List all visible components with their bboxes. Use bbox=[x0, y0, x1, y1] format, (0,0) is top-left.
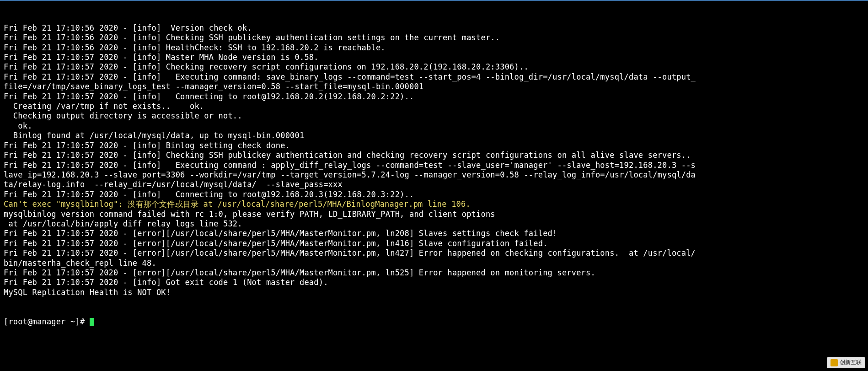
terminal-line: Fri Feb 21 17:10:57 2020 - [error][/usr/… bbox=[4, 229, 864, 238]
terminal-line: Fri Feb 21 17:10:57 2020 - [info] Connec… bbox=[4, 190, 864, 199]
watermark-logo-icon bbox=[830, 359, 838, 366]
terminal-line: Binlog found at /usr/local/mysql/data, u… bbox=[4, 131, 864, 140]
terminal-line: bin/masterha_check_repl line 48. bbox=[4, 258, 864, 268]
terminal-line: Fri Feb 21 17:10:57 2020 - [error][/usr/… bbox=[4, 248, 864, 258]
terminal-line: lave_ip=192.168.20.3 --slave_port=3306 -… bbox=[4, 170, 864, 180]
terminal-line: mysqlbinlog version command failed with … bbox=[4, 210, 864, 219]
watermark-badge: 创新互联 bbox=[827, 357, 865, 368]
terminal-line: Checking output directory is accessible … bbox=[4, 111, 864, 121]
terminal-line: Fri Feb 21 17:10:57 2020 - [error][/usr/… bbox=[4, 268, 864, 278]
watermark-text: 创新互联 bbox=[840, 359, 862, 366]
terminal-line: Creating /var/tmp if not exists.. ok. bbox=[4, 102, 864, 111]
terminal-line: Can't exec "mysqlbinlog": 没有那个文件或目录 at /… bbox=[4, 199, 864, 209]
terminal-line: MySQL Replication Health is NOT OK! bbox=[4, 288, 864, 297]
terminal-line: Fri Feb 21 17:10:56 2020 - [info] Health… bbox=[4, 43, 864, 53]
prompt-line[interactable]: [root@manager ~]# bbox=[4, 317, 864, 327]
terminal-line: Fri Feb 21 17:10:57 2020 - [info] Got ex… bbox=[4, 278, 864, 287]
terminal-line: file=/var/tmp/save_binary_logs_test --ma… bbox=[4, 82, 864, 91]
terminal-line: ok. bbox=[4, 121, 864, 131]
terminal-output[interactable]: Fri Feb 21 17:10:56 2020 - [info] Versio… bbox=[0, 0, 868, 339]
terminal-line: Fri Feb 21 17:10:57 2020 - [info] Checki… bbox=[4, 62, 864, 72]
terminal-line: Fri Feb 21 17:10:57 2020 - [info] Execut… bbox=[4, 72, 864, 82]
terminal-line: Fri Feb 21 17:10:57 2020 - [info] Checki… bbox=[4, 151, 864, 160]
terminal-line: Fri Feb 21 17:10:57 2020 - [info] Binlog… bbox=[4, 141, 864, 151]
cursor-block bbox=[90, 318, 94, 326]
terminal-line: ta/relay-log.info --relay_dir=/usr/local… bbox=[4, 180, 864, 189]
shell-prompt: [root@manager ~]# bbox=[4, 317, 90, 326]
terminal-line: Fri Feb 21 17:10:57 2020 - [error][/usr/… bbox=[4, 239, 864, 248]
terminal-line: Fri Feb 21 17:10:56 2020 - [info] Checki… bbox=[4, 33, 864, 43]
terminal-line: at /usr/local/bin/apply_diff_relay_logs … bbox=[4, 219, 864, 229]
terminal-line: Fri Feb 21 17:10:56 2020 - [info] Versio… bbox=[4, 23, 864, 33]
terminal-line: Fri Feb 21 17:10:57 2020 - [info] Master… bbox=[4, 53, 864, 62]
terminal-line: Fri Feb 21 17:10:57 2020 - [info] Connec… bbox=[4, 92, 864, 102]
terminal-line: Fri Feb 21 17:10:57 2020 - [info] Execut… bbox=[4, 161, 864, 170]
